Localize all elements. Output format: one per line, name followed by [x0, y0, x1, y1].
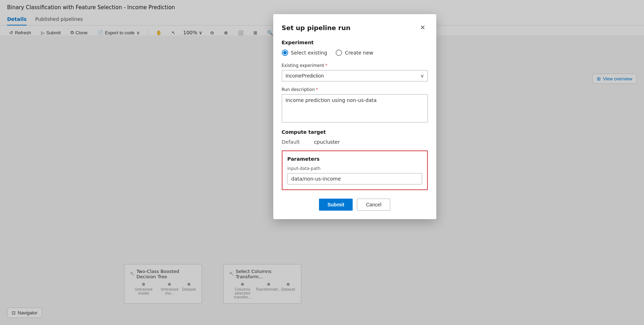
radio-select-existing[interactable]: Select existing	[282, 50, 327, 56]
set-up-pipeline-run-dialog: Set up pipeline run ✕ Experiment Select …	[273, 14, 436, 219]
param-name-label: input-data-path	[287, 166, 422, 171]
compute-target-section: Compute target Default cpucluster	[282, 129, 428, 145]
dialog-header: Set up pipeline run ✕	[282, 23, 428, 33]
dialog-actions: Submit Cancel	[282, 199, 428, 211]
compute-default-value: cpucluster	[314, 139, 340, 145]
radio-group: Select existing Create new	[282, 50, 428, 56]
radio-select-existing-label: Select existing	[291, 50, 327, 56]
parameters-section: Parameters input-data-path	[282, 150, 428, 190]
required-star: *	[316, 87, 318, 92]
dialog-submit-button[interactable]: Submit	[319, 199, 353, 211]
run-description-label: Run description *	[282, 87, 428, 92]
existing-experiment-select[interactable]: IncomePrediction	[282, 70, 428, 81]
radio-circle-unselected	[336, 50, 342, 56]
dialog-title: Set up pipeline run	[282, 24, 351, 32]
experiment-section-label: Experiment	[282, 40, 428, 45]
radio-circle-selected	[282, 50, 288, 56]
dialog-close-button[interactable]: ✕	[418, 23, 428, 33]
existing-experiment-field: Existing experiment * IncomePrediction ∨	[282, 63, 428, 81]
run-description-textarea[interactable]	[282, 94, 428, 122]
existing-experiment-label: Existing experiment *	[282, 63, 428, 68]
compute-target-label: Compute target	[282, 129, 428, 135]
required-star: *	[325, 63, 327, 68]
dialog-cancel-button[interactable]: Cancel	[357, 199, 390, 211]
parameters-label: Parameters	[287, 156, 422, 162]
experiment-section: Experiment Select existing Create new	[282, 40, 428, 56]
compute-row: Default cpucluster	[282, 139, 428, 145]
param-value-input[interactable]	[287, 173, 422, 184]
radio-create-new[interactable]: Create new	[336, 50, 373, 56]
select-wrapper: IncomePrediction ∨	[282, 70, 428, 81]
run-description-field: Run description *	[282, 87, 428, 124]
compute-default-label: Default	[282, 139, 300, 145]
radio-create-new-label: Create new	[345, 50, 373, 56]
